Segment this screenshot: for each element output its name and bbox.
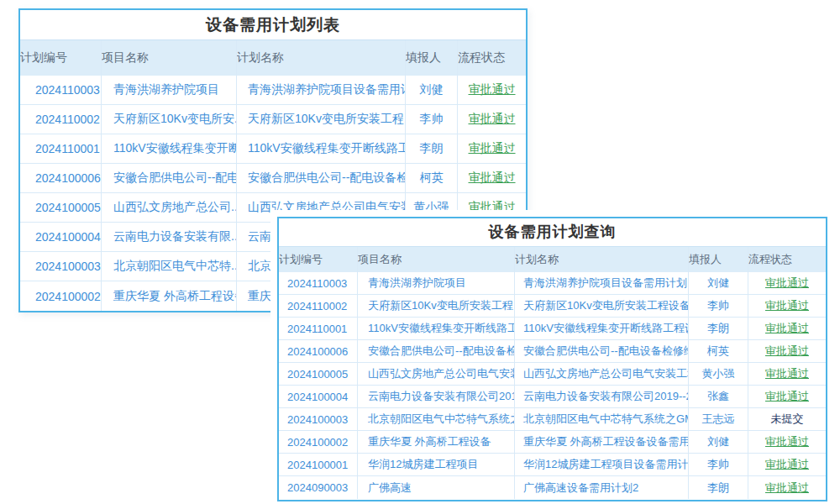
cell-reporter: 李帅 — [406, 105, 458, 134]
cell-plan-id: 2024100001 — [279, 454, 358, 475]
cell-project-name: 110kV安徽线程集变开断... — [102, 134, 237, 163]
cell-plan-id: 2024090003 — [279, 476, 358, 499]
cell-plan-name: 天府新区10Kv变电所安装工程... — [237, 105, 406, 134]
cell-project-name: 天府新区10Kv变电所安装工程 — [358, 295, 515, 317]
cell-reporter: 柯英 — [406, 164, 458, 192]
cell-plan-id: 2024100004 — [20, 223, 102, 251]
status-link[interactable]: 审批通过 — [458, 105, 526, 134]
cell-project-name: 青海洪湖养护院项目 — [358, 272, 515, 294]
cell-plan-id: 2024100005 — [20, 193, 102, 222]
cell-plan-name: 110kV安徽线程集变开断线路工程设备 — [515, 318, 689, 339]
cell-project-name: 110kV安徽线程集变开断线路工程 — [358, 318, 515, 339]
cell-reporter: 刘健 — [689, 272, 748, 294]
cell-project-name: 重庆华夏 外高桥工程设备 — [358, 431, 515, 453]
cell-project-name: 山西弘文房地产总公司... — [102, 193, 237, 222]
cell-plan-name: 广佛高速设备需用计划2 — [515, 476, 689, 499]
cell-plan-id: 2024110001 — [279, 318, 358, 339]
table-row[interactable]: 2024090003 广佛高速 广佛高速设备需用计划2 李朗 审批通过 — [279, 476, 826, 499]
cell-reporter: 李朗 — [689, 476, 748, 499]
cell-plan-id: 2024100002 — [20, 281, 102, 311]
status-link[interactable]: 审批通过 — [748, 272, 826, 294]
table-row[interactable]: 2024110001 110kV安徽线程集变开断... 110kV安徽线程集变开… — [20, 134, 526, 164]
cell-project-name: 山西弘文房地产总公司电气安装工程 — [358, 363, 515, 385]
cell-plan-id: 2024100006 — [20, 164, 102, 192]
cell-plan-id: 2024100003 — [20, 252, 102, 281]
status-link[interactable]: 审批通过 — [458, 164, 526, 192]
cell-plan-name: 华润12城房建工程项目设备需用计划2 — [515, 454, 689, 475]
cell-plan-id: 2024100004 — [279, 386, 358, 407]
table-row[interactable]: 2024110001 110kV安徽线程集变开断线路工程 110kV安徽线程集变… — [279, 318, 826, 340]
table-row[interactable]: 2024110002 天府新区10Kv变电所安... 天府新区10Kv变电所安装… — [20, 105, 526, 134]
plan-query-header-row: 计划编号 项目名称 计划名称 填报人 流程状态 — [279, 247, 826, 272]
cell-plan-id: 2024110001 — [20, 134, 102, 163]
header-cell-status: 流程状态 — [748, 247, 826, 272]
cell-reporter: 李帅 — [689, 295, 748, 317]
header-cell-plan-name: 计划名称 — [237, 40, 406, 76]
cell-plan-id: 2024110003 — [20, 76, 102, 104]
plan-query-title: 设备需用计划查询 — [279, 218, 826, 247]
cell-project-name: 云南电力设备安装有限公司2019--2 — [358, 386, 515, 407]
table-row[interactable]: 2024110003 青海洪湖养护院项目 青海洪湖养护院项目设备需用计划 刘健 … — [20, 76, 526, 105]
header-cell-plan-id: 计划编号 — [279, 247, 358, 272]
cell-project-name: 北京朝阳区电气中芯特... — [102, 252, 237, 281]
status-link[interactable]: 审批通过 — [748, 476, 826, 499]
status-link[interactable]: 审批通过 — [748, 386, 826, 407]
status-link[interactable]: 审批通过 — [748, 431, 826, 453]
status-link[interactable]: 审批通过 — [458, 76, 526, 104]
status-link[interactable]: 审批通过 — [748, 295, 826, 317]
cell-reporter: 李朗 — [689, 318, 748, 339]
cell-project-name: 北京朝阳区电气中芯特气系统之GM — [358, 408, 515, 430]
table-row[interactable]: 2024100004 云南电力设备安装有限公司2019--2 云南电力设备安装有… — [279, 386, 826, 408]
cell-plan-name: 安徽合肥供电公司--配电设备检... — [237, 164, 406, 192]
status-link[interactable]: 审批通过 — [748, 318, 826, 339]
cell-reporter: 黄小强 — [689, 363, 748, 385]
cell-reporter: 刘健 — [406, 76, 458, 104]
cell-plan-name: 110kV安徽线程集变开断线路工... — [237, 134, 406, 163]
header-cell-plan-name: 计划名称 — [515, 247, 689, 272]
cell-plan-name: 青海洪湖养护院项目设备需用计划 — [237, 76, 406, 104]
cell-reporter: 刘健 — [689, 431, 748, 453]
table-row[interactable]: 2024110003 青海洪湖养护院项目 青海洪湖养护院项目设备需用计划 刘健 … — [279, 272, 826, 295]
cell-project-name: 广佛高速 — [358, 476, 515, 499]
cell-plan-id: 2024100003 — [279, 408, 358, 430]
status-link[interactable]: 审批通过 — [748, 454, 826, 475]
cell-project-name: 重庆华夏 外高桥工程设备 — [102, 281, 237, 311]
plan-query-window: 设备需用计划查询 计划编号 项目名称 计划名称 填报人 流程状态 2024110… — [277, 217, 827, 501]
table-row[interactable]: 2024110002 天府新区10Kv变电所安装工程 天府新区10Kv变电所安装… — [279, 295, 826, 318]
cell-project-name: 天府新区10Kv变电所安... — [102, 105, 237, 134]
header-cell-reporter: 填报人 — [406, 40, 458, 76]
cell-project-name: 安徽合肥供电公司--配电... — [102, 164, 237, 192]
cell-reporter: 柯英 — [689, 340, 748, 362]
status-link[interactable]: 审批通过 — [458, 134, 526, 163]
cell-plan-id: 2024100006 — [279, 340, 358, 362]
cell-plan-id: 2024100002 — [279, 431, 358, 453]
table-row[interactable]: 2024100001 华润12城房建工程项目 华润12城房建工程项目设备需用计划… — [279, 454, 826, 476]
page: 设备需用计划列表 计划编号 项目名称 计划名称 填报人 流程状态 2024110… — [0, 0, 840, 504]
cell-plan-name: 天府新区10Kv变电所安装工程设备需用 — [515, 295, 689, 317]
table-row[interactable]: 2024100002 重庆华夏 外高桥工程设备 重庆华夏 外高桥工程设备设备需用… — [279, 431, 826, 454]
status-link[interactable]: 审批通过 — [748, 363, 826, 385]
cell-project-name: 华润12城房建工程项目 — [358, 454, 515, 475]
status-link[interactable]: 未提交 — [748, 408, 826, 430]
cell-project-name: 青海洪湖养护院项目 — [102, 76, 237, 104]
table-row[interactable]: 2024100005 山西弘文房地产总公司电气安装工程 山西弘文房地产总公司电气… — [279, 363, 826, 386]
cell-project-name: 云南电力设备安装有限... — [102, 223, 237, 251]
cell-plan-id: 2024110002 — [20, 105, 102, 134]
plan-query-rows: 2024110003 青海洪湖养护院项目 青海洪湖养护院项目设备需用计划 刘健 … — [279, 272, 826, 499]
cell-plan-name: 山西弘文房地产总公司电气安装工程设 — [515, 363, 689, 385]
cell-reporter: 王志远 — [689, 408, 748, 430]
cell-reporter: 李朗 — [406, 134, 458, 163]
header-cell-plan-id: 计划编号 — [20, 40, 102, 76]
plan-list-header-row: 计划编号 项目名称 计划名称 填报人 流程状态 — [20, 40, 526, 76]
cell-plan-name: 重庆华夏 外高桥工程设备设备需用计划 — [515, 431, 689, 453]
table-row[interactable]: 2024100003 北京朝阳区电气中芯特气系统之GM 北京朝阳区电气中芯特气系… — [279, 408, 826, 431]
cell-plan-name: 北京朝阳区电气中芯特气系统之GMS — [515, 408, 689, 430]
header-cell-project-name: 项目名称 — [358, 247, 515, 272]
cell-plan-id: 2024110003 — [279, 272, 358, 294]
table-row[interactable]: 2024100006 安徽合肥供电公司--配电... 安徽合肥供电公司--配电设… — [20, 164, 526, 193]
plan-list-title: 设备需用计划列表 — [20, 10, 526, 40]
cell-plan-id: 2024100005 — [279, 363, 358, 385]
header-cell-project-name: 项目名称 — [102, 40, 237, 76]
status-link[interactable]: 审批通过 — [748, 340, 826, 362]
table-row[interactable]: 2024100006 安徽合肥供电公司--配电设备检修维 安徽合肥供电公司--配… — [279, 340, 826, 363]
